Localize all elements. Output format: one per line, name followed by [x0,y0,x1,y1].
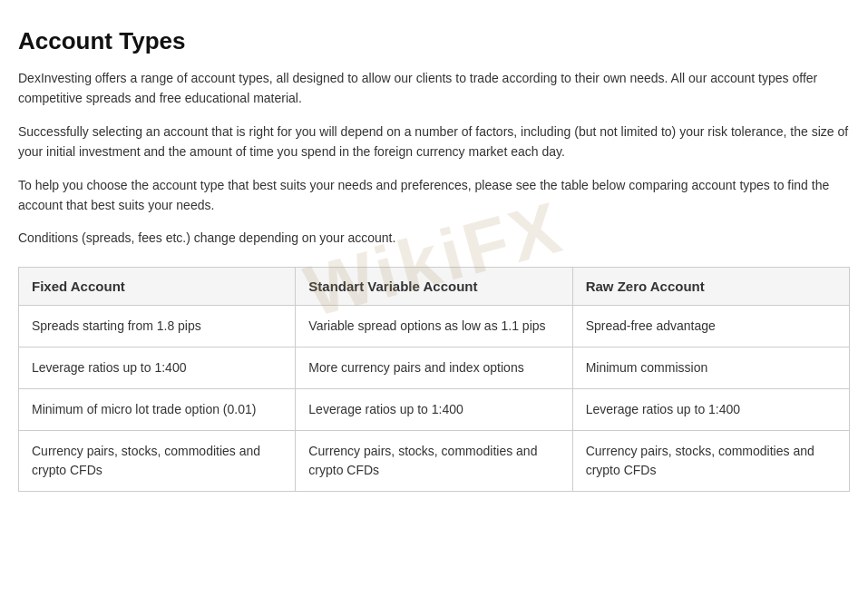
cell-col0-row0: Spreads starting from 1.8 pips [19,305,296,347]
table-row: Minimum of micro lot trade option (0.01)… [19,388,850,430]
page-container: WikiFX Account Types DexInvesting offers… [0,0,868,519]
cell-col1-row3: Currency pairs, stocks, commodities and … [296,430,572,491]
column-header-raw: Raw Zero Account [572,267,849,305]
cell-col0-row1: Leverage ratios up to 1:400 [19,347,296,388]
intro-paragraph-1: DexInvesting offers a range of account t… [18,68,850,109]
cell-col2-row1: Minimum commission [572,347,849,388]
cell-col1-row0: Variable spread options as low as 1.1 pi… [296,305,572,347]
intro-paragraph-2: Successfully selecting an account that i… [18,122,850,162]
page-title: Account Types [18,27,850,55]
cell-col0-row2: Minimum of micro lot trade option (0.01) [19,388,296,430]
column-header-variable: Standart Variable Account [296,267,572,305]
cell-col2-row2: Leverage ratios up to 1:400 [572,388,849,430]
cell-col1-row1: More currency pairs and index options [296,347,572,388]
table-row: Spreads starting from 1.8 pipsVariable s… [19,305,850,347]
intro-paragraph-4: Conditions (spreads, fees etc.) change d… [18,228,850,248]
table-row: Leverage ratios up to 1:400More currency… [19,347,850,388]
accounts-table: Fixed Account Standart Variable Account … [18,267,850,492]
column-header-fixed: Fixed Account [19,267,296,305]
cell-col2-row0: Spread-free advantage [572,305,849,347]
cell-col2-row3: Currency pairs, stocks, commodities and … [572,430,849,491]
table-row: Currency pairs, stocks, commodities and … [19,430,850,491]
cell-col0-row3: Currency pairs, stocks, commodities and … [19,430,296,491]
intro-paragraph-3: To help you choose the account type that… [18,175,850,216]
cell-col1-row2: Leverage ratios up to 1:400 [296,388,572,430]
